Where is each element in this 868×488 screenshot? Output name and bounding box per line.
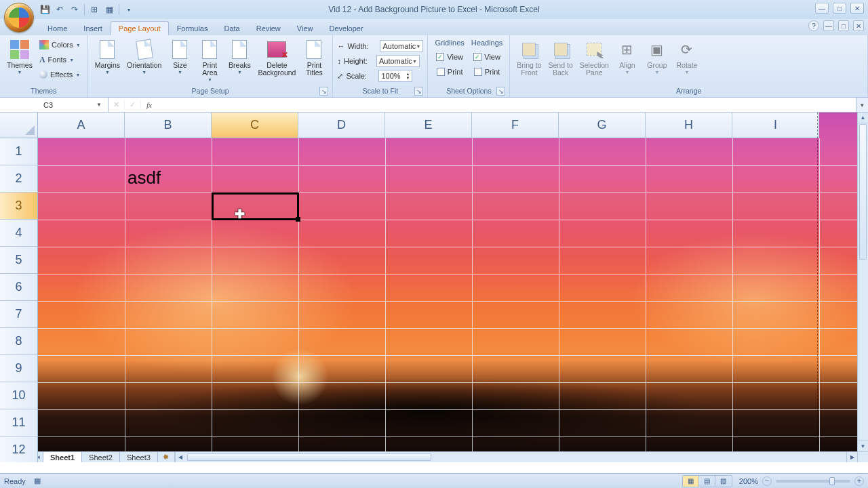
scroll-down-button[interactable]: ▼ — [858, 441, 868, 451]
width-select[interactable]: Automatic▼ — [380, 40, 423, 52]
row-header-6[interactable]: 6 — [0, 274, 38, 301]
page-layout-view-button[interactable]: ▤ — [699, 476, 715, 487]
themes-button[interactable]: Themes ▼ — [4, 37, 35, 76]
scroll-thumb[interactable] — [859, 124, 867, 260]
qat-custom1-icon[interactable]: ⊞ — [89, 4, 100, 15]
tab-page-layout[interactable]: Page Layout — [111, 21, 169, 35]
rotate-button[interactable]: ⟳Rotate▼ — [673, 37, 701, 76]
help-button[interactable]: ? — [808, 20, 819, 31]
headings-print-checkbox[interactable]: Print — [474, 64, 500, 79]
row-header-12[interactable]: 12 — [0, 436, 38, 462]
height-select[interactable]: Automatic▼ — [376, 55, 420, 67]
sheet-tab-sheet1[interactable]: Sheet1 — [43, 452, 82, 462]
column-header-c[interactable]: C — [212, 113, 298, 138]
redo-icon[interactable]: ↷ — [69, 4, 80, 15]
normal-view-button[interactable]: ▦ — [683, 476, 699, 487]
column-header-b[interactable]: B — [125, 113, 212, 138]
new-sheet-button[interactable]: ✸ — [158, 452, 174, 462]
margins-button[interactable]: Margins▼ — [92, 37, 123, 76]
gridlines-print-checkbox[interactable]: Print — [437, 64, 463, 79]
tab-home[interactable]: Home — [39, 21, 75, 35]
sheet-options-dialog-launcher[interactable]: ↘ — [496, 87, 505, 96]
zoom-slider[interactable] — [776, 480, 850, 483]
print-titles-button[interactable]: Print Titles — [300, 37, 328, 78]
column-header-h[interactable]: H — [646, 113, 732, 138]
mdi-minimize-button[interactable]: — — [823, 20, 834, 31]
print-area-button[interactable]: Print Area▼ — [195, 37, 224, 83]
page-break-view-button[interactable]: ▧ — [715, 476, 732, 487]
cell-b2[interactable]: asdf — [127, 167, 161, 188]
select-all-button[interactable] — [0, 113, 38, 138]
macro-record-icon[interactable]: ▦ — [34, 476, 41, 485]
align-button[interactable]: ⊞Align▼ — [613, 37, 642, 76]
scale-dialog-launcher[interactable]: ↘ — [414, 87, 423, 96]
scroll-right-button[interactable]: ▶ — [846, 452, 857, 462]
name-box-dropdown-icon[interactable]: ▼ — [94, 102, 104, 108]
cell-grid[interactable]: asdf ✚ — [38, 138, 857, 451]
tab-developer[interactable]: Developer — [321, 21, 371, 35]
zoom-value[interactable]: 200% — [739, 477, 758, 485]
row-header-5[interactable]: 5 — [0, 247, 38, 274]
close-button[interactable]: ✕ — [850, 3, 864, 14]
page-setup-dialog-launcher[interactable]: ↘ — [319, 87, 328, 96]
vertical-scrollbar[interactable]: ▲ ▼ — [857, 113, 868, 451]
zoom-thumb[interactable] — [829, 477, 835, 485]
minimize-button[interactable]: — — [815, 3, 829, 14]
zoom-in-button[interactable]: + — [854, 476, 864, 486]
sheet-tab-sheet3[interactable]: Sheet3 — [119, 452, 158, 462]
row-header-9[interactable]: 9 — [0, 355, 38, 382]
selection-pane-button[interactable]: Selection Pane — [577, 37, 612, 78]
column-header-f[interactable]: F — [472, 113, 559, 138]
fx-icon[interactable]: fx — [141, 101, 157, 109]
column-header-a[interactable]: A — [38, 113, 125, 138]
scroll-left-button[interactable]: ◀ — [175, 452, 186, 462]
row-header-3[interactable]: 3 — [0, 192, 38, 220]
tab-review[interactable]: Review — [248, 21, 289, 35]
horizontal-scrollbar[interactable]: ◀ ▶ — [174, 452, 857, 462]
gridlines-view-checkbox[interactable]: ✓View — [436, 49, 463, 64]
row-header-2[interactable]: 2 — [0, 165, 38, 192]
name-box[interactable]: C3 ▼ — [0, 98, 108, 112]
qat-customize-icon[interactable]: ▼ — [123, 4, 134, 15]
column-header-d[interactable]: D — [298, 113, 385, 138]
office-button[interactable] — [4, 3, 34, 33]
sheet-tab-sheet2[interactable]: Sheet2 — [81, 452, 120, 462]
row-header-7[interactable]: 7 — [0, 301, 38, 328]
column-header-e[interactable]: E — [385, 113, 472, 138]
row-header-10[interactable]: 10 — [0, 382, 38, 409]
tab-data[interactable]: Data — [216, 21, 248, 35]
cancel-formula-button[interactable]: ✕ — [108, 100, 125, 109]
maximize-button[interactable]: □ — [833, 3, 846, 14]
effects-button[interactable]: Effects ▼ — [37, 67, 83, 82]
group-button[interactable]: ▣Group▼ — [643, 37, 671, 76]
column-header-g[interactable]: G — [559, 113, 646, 138]
qat-custom2-icon[interactable]: ▦ — [104, 4, 115, 15]
scale-spinner[interactable]: 100%▲▼ — [378, 70, 412, 82]
scroll-thumb[interactable] — [187, 453, 431, 461]
save-icon[interactable]: 💾 — [39, 4, 50, 15]
tab-formulas[interactable]: Formulas — [169, 21, 216, 35]
delete-background-button[interactable]: Delete Background — [255, 37, 298, 78]
enter-formula-button[interactable]: ✓ — [125, 100, 141, 109]
row-header-11[interactable]: 11 — [0, 409, 38, 436]
row-header-1[interactable]: 1 — [0, 138, 38, 165]
tab-insert[interactable]: Insert — [75, 21, 111, 35]
row-header-4[interactable]: 4 — [0, 220, 38, 247]
row-header-8[interactable]: 8 — [0, 328, 38, 355]
undo-icon[interactable]: ↶ — [54, 4, 65, 15]
expand-formula-bar-button[interactable]: ▾ — [856, 98, 868, 112]
send-to-back-button[interactable]: Send to Back — [546, 37, 576, 78]
zoom-out-button[interactable]: − — [762, 476, 772, 486]
bring-to-front-button[interactable]: Bring to Front — [514, 37, 544, 78]
orientation-button[interactable]: Orientation▼ — [124, 37, 164, 76]
breaks-button[interactable]: Breaks▼ — [225, 37, 254, 76]
headings-view-checkbox[interactable]: ✓View — [473, 49, 500, 64]
colors-button[interactable]: Colors ▼ — [37, 37, 83, 52]
formula-input[interactable] — [157, 98, 856, 112]
tab-view[interactable]: View — [289, 21, 321, 35]
fonts-button[interactable]: A Fonts ▼ — [37, 52, 83, 67]
size-button[interactable]: Size▼ — [165, 37, 194, 76]
column-header-i[interactable]: I — [732, 113, 819, 138]
scroll-up-button[interactable]: ▲ — [858, 113, 868, 123]
active-cell-c3[interactable] — [212, 192, 299, 220]
